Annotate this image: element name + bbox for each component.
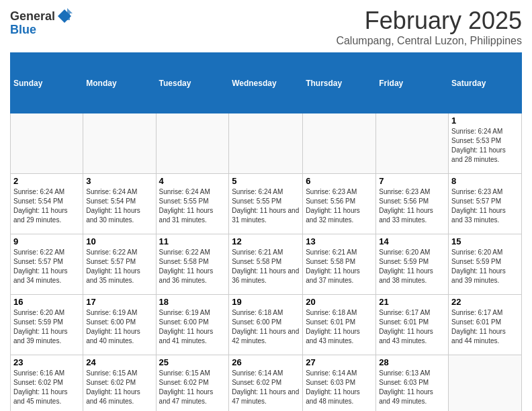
day-info: Sunrise: 6:20 AM Sunset: 5:59 PM Dayligh… (379, 248, 445, 285)
day-number: 25 (159, 357, 226, 367)
day-number: 24 (86, 357, 152, 367)
calendar-cell: 9Sunrise: 6:22 AM Sunset: 5:57 PM Daylig… (11, 234, 83, 295)
calendar-cell: 2Sunrise: 6:24 AM Sunset: 5:54 PM Daylig… (11, 174, 83, 234)
calendar-cell: 20Sunrise: 6:18 AM Sunset: 6:01 PM Dayli… (303, 295, 376, 355)
day-number: 26 (232, 357, 300, 367)
weekday-header: Thursday (303, 53, 376, 113)
day-info: Sunrise: 6:23 AM Sunset: 5:56 PM Dayligh… (306, 187, 373, 225)
day-info: Sunrise: 6:24 AM Sunset: 5:55 PM Dayligh… (159, 187, 226, 225)
day-number: 27 (306, 357, 373, 367)
day-info: Sunrise: 6:17 AM Sunset: 6:01 PM Dayligh… (379, 308, 445, 346)
header: General Blue February 2025 Calumpang, Ce… (10, 7, 522, 47)
calendar-cell (229, 113, 303, 174)
calendar-week-row: 23Sunrise: 6:16 AM Sunset: 6:02 PM Dayli… (11, 355, 522, 412)
day-info: Sunrise: 6:19 AM Sunset: 6:00 PM Dayligh… (159, 308, 226, 346)
month-title: February 2025 (336, 7, 522, 35)
day-info: Sunrise: 6:15 AM Sunset: 6:02 PM Dayligh… (86, 369, 152, 406)
day-number: 15 (451, 236, 519, 246)
calendar-cell: 16Sunrise: 6:20 AM Sunset: 5:59 PM Dayli… (11, 295, 83, 355)
calendar-cell: 1Sunrise: 6:24 AM Sunset: 5:53 PM Daylig… (449, 113, 522, 174)
weekday-header: Saturday (449, 53, 522, 113)
day-info: Sunrise: 6:19 AM Sunset: 6:00 PM Dayligh… (86, 308, 152, 346)
calendar-cell: 8Sunrise: 6:23 AM Sunset: 5:57 PM Daylig… (449, 174, 522, 234)
day-number: 17 (86, 297, 152, 307)
logo-general-text: General (10, 9, 55, 24)
calendar-cell (156, 113, 229, 174)
logo-icon (55, 7, 74, 26)
location: Calumpang, Central Luzon, Philippines (336, 35, 522, 47)
logo: General Blue (10, 7, 74, 37)
calendar-cell: 24Sunrise: 6:15 AM Sunset: 6:02 PM Dayli… (83, 355, 156, 412)
weekday-header: Monday (83, 53, 156, 113)
calendar-cell: 22Sunrise: 6:17 AM Sunset: 6:01 PM Dayli… (449, 295, 522, 355)
weekday-header: Sunday (11, 53, 83, 113)
weekday-header-row: SundayMondayTuesdayWednesdayThursdayFrid… (11, 53, 522, 113)
day-number: 4 (159, 176, 226, 186)
day-number: 28 (379, 357, 445, 367)
day-number: 22 (451, 297, 519, 307)
day-info: Sunrise: 6:22 AM Sunset: 5:58 PM Dayligh… (159, 248, 226, 285)
day-info: Sunrise: 6:23 AM Sunset: 5:56 PM Dayligh… (379, 187, 445, 225)
day-number: 5 (232, 176, 300, 186)
calendar-cell: 21Sunrise: 6:17 AM Sunset: 6:01 PM Dayli… (376, 295, 449, 355)
day-info: Sunrise: 6:24 AM Sunset: 5:53 PM Dayligh… (451, 127, 519, 165)
weekday-header: Wednesday (229, 53, 303, 113)
day-info: Sunrise: 6:14 AM Sunset: 6:03 PM Dayligh… (306, 369, 373, 406)
day-number: 13 (306, 236, 373, 246)
calendar-cell: 14Sunrise: 6:20 AM Sunset: 5:59 PM Dayli… (376, 234, 449, 295)
calendar-cell: 19Sunrise: 6:18 AM Sunset: 6:00 PM Dayli… (229, 295, 303, 355)
day-info: Sunrise: 6:20 AM Sunset: 5:59 PM Dayligh… (451, 248, 519, 285)
calendar-cell: 28Sunrise: 6:13 AM Sunset: 6:03 PM Dayli… (376, 355, 449, 412)
calendar-cell (83, 113, 156, 174)
calendar-cell: 7Sunrise: 6:23 AM Sunset: 5:56 PM Daylig… (376, 174, 449, 234)
day-info: Sunrise: 6:15 AM Sunset: 6:02 PM Dayligh… (159, 369, 226, 406)
weekday-header: Friday (376, 53, 449, 113)
day-info: Sunrise: 6:16 AM Sunset: 6:02 PM Dayligh… (13, 369, 80, 406)
calendar-cell: 13Sunrise: 6:21 AM Sunset: 5:58 PM Dayli… (303, 234, 376, 295)
calendar-week-row: 9Sunrise: 6:22 AM Sunset: 5:57 PM Daylig… (11, 234, 522, 295)
day-info: Sunrise: 6:14 AM Sunset: 6:02 PM Dayligh… (232, 369, 300, 406)
day-number: 8 (451, 176, 519, 186)
calendar-cell: 27Sunrise: 6:14 AM Sunset: 6:03 PM Dayli… (303, 355, 376, 412)
day-number: 16 (13, 297, 80, 307)
day-number: 9 (13, 236, 80, 246)
calendar-week-row: 1Sunrise: 6:24 AM Sunset: 5:53 PM Daylig… (11, 113, 522, 174)
day-number: 20 (306, 297, 373, 307)
day-number: 14 (379, 236, 445, 246)
day-info: Sunrise: 6:18 AM Sunset: 6:01 PM Dayligh… (306, 308, 373, 346)
calendar-cell: 26Sunrise: 6:14 AM Sunset: 6:02 PM Dayli… (229, 355, 303, 412)
day-info: Sunrise: 6:22 AM Sunset: 5:57 PM Dayligh… (13, 248, 80, 285)
calendar-cell: 4Sunrise: 6:24 AM Sunset: 5:55 PM Daylig… (156, 174, 229, 234)
day-number: 6 (306, 176, 373, 186)
weekday-header: Tuesday (156, 53, 229, 113)
calendar-cell: 25Sunrise: 6:15 AM Sunset: 6:02 PM Dayli… (156, 355, 229, 412)
day-number: 7 (379, 176, 445, 186)
day-number: 21 (379, 297, 445, 307)
calendar-week-row: 2Sunrise: 6:24 AM Sunset: 5:54 PM Daylig… (11, 174, 522, 234)
day-info: Sunrise: 6:24 AM Sunset: 5:54 PM Dayligh… (13, 187, 80, 225)
calendar-cell: 23Sunrise: 6:16 AM Sunset: 6:02 PM Dayli… (11, 355, 83, 412)
day-number: 23 (13, 357, 80, 367)
day-number: 11 (159, 236, 226, 246)
day-info: Sunrise: 6:22 AM Sunset: 5:57 PM Dayligh… (86, 248, 152, 285)
day-number: 19 (232, 297, 300, 307)
calendar-cell (376, 113, 449, 174)
day-number: 3 (86, 176, 152, 186)
day-number: 12 (232, 236, 300, 246)
day-info: Sunrise: 6:18 AM Sunset: 6:00 PM Dayligh… (232, 308, 300, 346)
calendar-cell: 17Sunrise: 6:19 AM Sunset: 6:00 PM Dayli… (83, 295, 156, 355)
calendar-cell: 3Sunrise: 6:24 AM Sunset: 5:54 PM Daylig… (83, 174, 156, 234)
calendar-week-row: 16Sunrise: 6:20 AM Sunset: 5:59 PM Dayli… (11, 295, 522, 355)
calendar-cell: 6Sunrise: 6:23 AM Sunset: 5:56 PM Daylig… (303, 174, 376, 234)
day-info: Sunrise: 6:17 AM Sunset: 6:01 PM Dayligh… (451, 308, 519, 346)
calendar-cell: 15Sunrise: 6:20 AM Sunset: 5:59 PM Dayli… (449, 234, 522, 295)
calendar-cell: 11Sunrise: 6:22 AM Sunset: 5:58 PM Dayli… (156, 234, 229, 295)
calendar-cell: 12Sunrise: 6:21 AM Sunset: 5:58 PM Dayli… (229, 234, 303, 295)
day-info: Sunrise: 6:23 AM Sunset: 5:57 PM Dayligh… (451, 187, 519, 225)
calendar-cell: 5Sunrise: 6:24 AM Sunset: 5:55 PM Daylig… (229, 174, 303, 234)
calendar-cell: 18Sunrise: 6:19 AM Sunset: 6:00 PM Dayli… (156, 295, 229, 355)
calendar-table: SundayMondayTuesdayWednesdayThursdayFrid… (10, 52, 522, 411)
day-number: 2 (13, 176, 80, 186)
day-info: Sunrise: 6:20 AM Sunset: 5:59 PM Dayligh… (13, 308, 80, 346)
day-info: Sunrise: 6:21 AM Sunset: 5:58 PM Dayligh… (232, 248, 300, 285)
